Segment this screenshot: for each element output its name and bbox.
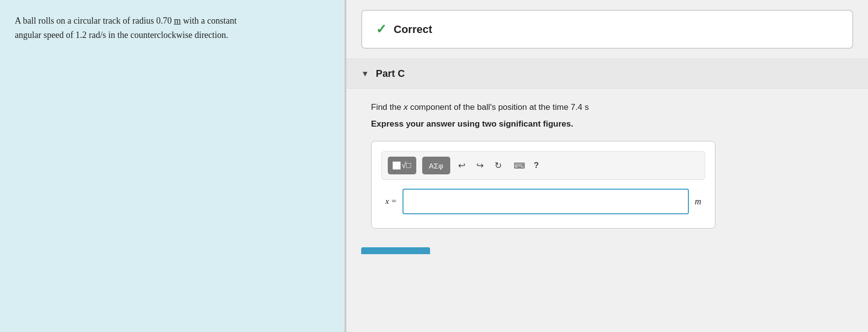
refresh-button[interactable]: ↻ (492, 158, 505, 173)
right-panel: ✓ Correct ▼ Part C Find the x component … (346, 0, 868, 332)
keyboard-button[interactable]: ⌨ (510, 159, 529, 172)
symbol-btn-group: √□ (388, 157, 416, 174)
part-c-collapse-arrow[interactable]: ▼ (361, 69, 369, 78)
math-toolbar: √□ ΑΣφ ↩ ↪ ↻ ⌨ (381, 151, 705, 180)
radical-symbol: √□ (402, 161, 411, 170)
part-c-section: ▼ Part C Find the x component of the bal… (346, 59, 868, 243)
undo-button[interactable]: ↩ (455, 158, 468, 173)
help-icon: ? (534, 161, 539, 170)
redo-button[interactable]: ↪ (473, 158, 487, 173)
correct-banner: ✓ Correct (361, 10, 853, 49)
refresh-icon: ↻ (495, 161, 502, 170)
part-c-header[interactable]: ▼ Part C (346, 59, 868, 89)
correct-label: Correct (394, 23, 432, 36)
square-icon (393, 162, 401, 169)
redo-icon: ↪ (476, 161, 484, 170)
radius-unit: m (174, 16, 181, 26)
express-instruction: Express your answer using two significan… (371, 119, 843, 129)
correct-check-icon: ✓ (376, 22, 387, 37)
part-c-content: Find the x component of the ball's posit… (346, 89, 868, 243)
question-text: Find the x component of the ball's posit… (371, 102, 843, 112)
left-panel: A ball rolls on a circular track of radi… (0, 0, 344, 332)
problem-statement: A ball rolls on a circular track of radi… (15, 14, 330, 42)
bottom-hint-bar (361, 247, 430, 254)
square-symbol-button[interactable]: √□ (388, 157, 416, 174)
answer-input[interactable] (403, 189, 689, 214)
help-button[interactable]: ? (534, 161, 539, 170)
input-label: x = (385, 197, 397, 206)
answer-area: √□ ΑΣφ ↩ ↪ ↻ ⌨ (371, 141, 715, 229)
greek-label: ΑΣφ (429, 162, 443, 170)
unit-label: m (695, 197, 701, 207)
answer-input-row: x = m (381, 189, 705, 214)
keyboard-icon: ⌨ (514, 162, 525, 170)
part-c-title: Part C (376, 68, 405, 79)
greek-symbols-button[interactable]: ΑΣφ (422, 157, 450, 174)
undo-icon: ↩ (458, 161, 465, 170)
